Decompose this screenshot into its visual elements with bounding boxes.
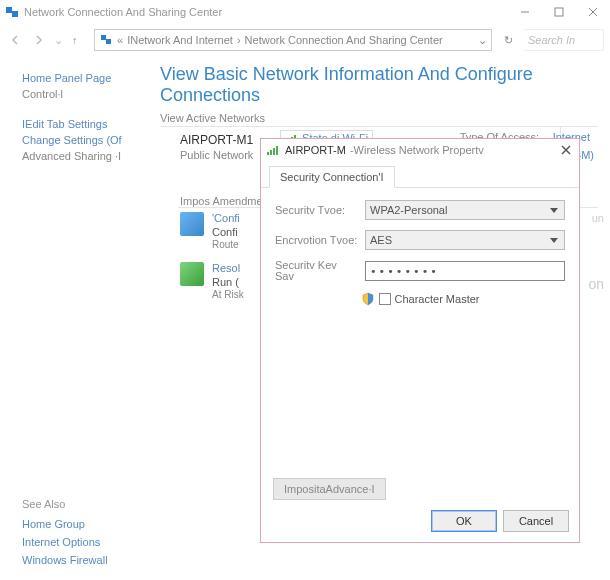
sidebar-home-panel[interactable]: Home Panel Page — [22, 72, 152, 84]
tab-security[interactable]: Security Connection'I — [269, 166, 395, 188]
troubleshoot-link[interactable]: Resol — [212, 262, 244, 274]
back-button[interactable] — [6, 31, 24, 49]
bg-text-on: on — [588, 276, 604, 292]
network-icon — [99, 33, 113, 47]
setup-connection-link[interactable]: 'Confi — [212, 212, 240, 224]
dialog-close-button[interactable] — [557, 141, 575, 159]
refresh-button[interactable]: ↻ — [498, 34, 518, 47]
show-characters-label: Character Master — [395, 293, 480, 305]
breadcrumb-2[interactable]: Network Connection And Sharing Center — [245, 34, 443, 46]
show-characters-checkbox[interactable] — [379, 293, 391, 305]
bg-text-un: un — [592, 212, 604, 224]
window-title: Network Connection And Sharing Center — [24, 6, 222, 18]
up-button[interactable]: ↑ — [72, 34, 88, 46]
dialog-wifi-icon — [267, 145, 279, 155]
security-key-label2: Sav — [275, 271, 365, 282]
wireless-properties-dialog: AIRPORT-M -Wireless Network Propertv Sec… — [260, 138, 580, 543]
dialog-subtitle: -Wireless Network Propertv — [350, 144, 484, 156]
security-key-input[interactable]: •••••••• — [365, 261, 565, 281]
see-also-label: See Also — [22, 498, 108, 510]
security-type-label: Securitv Tvoe: — [275, 204, 365, 216]
sidebar-control[interactable]: Control·l — [22, 88, 152, 100]
windows-firewall-link[interactable]: Windows Firewall — [22, 554, 108, 566]
cancel-button[interactable]: Cancel — [503, 510, 569, 532]
sidebar-advanced-sharing[interactable]: Advanced Sharing ·I — [22, 150, 152, 162]
sidebar-change-settings[interactable]: Change Settings (Of — [22, 134, 152, 146]
homegroup-link[interactable]: Home Group — [22, 518, 108, 530]
app-icon — [4, 5, 20, 19]
minimize-button[interactable] — [508, 0, 542, 24]
page-title: View Basic Network Information And Confi… — [160, 64, 598, 106]
sidebar-edit-settings[interactable]: IEdit Tab Settings — [22, 118, 152, 130]
troubleshoot-icon — [180, 262, 204, 286]
address-dropdown[interactable]: ⌄ — [478, 34, 487, 47]
svg-rect-1 — [555, 8, 563, 16]
dialog-title: AIRPORT-M — [285, 144, 346, 156]
troubleshoot-sub: At Risk — [212, 289, 244, 300]
setup-connection-icon — [180, 212, 204, 236]
troubleshoot-desc: Run ( — [212, 276, 244, 288]
close-window-button[interactable] — [576, 0, 610, 24]
search-input[interactable]: Search In — [524, 29, 604, 51]
shield-icon — [361, 292, 375, 306]
setup-connection-sub: Route — [212, 239, 240, 250]
setup-connection-desc: Confi — [212, 226, 240, 238]
internet-options-link[interactable]: Internet Options — [22, 536, 108, 548]
active-networks-label: View Active Networks — [160, 112, 598, 124]
encryption-type-combo[interactable]: AES — [365, 230, 565, 250]
breadcrumb-sep: « — [117, 34, 123, 46]
encryption-type-label: Encrvotion Tvoe: — [275, 234, 365, 246]
maximize-button[interactable] — [542, 0, 576, 24]
breadcrumb-1[interactable]: INetwork And Internet — [127, 34, 233, 46]
ok-button[interactable]: OK — [431, 510, 497, 532]
history-dropdown[interactable]: ⌄ — [54, 34, 66, 47]
security-type-combo[interactable]: WPA2-Personal — [365, 200, 565, 220]
advanced-settings-button[interactable]: ImpositaAdvance·I — [273, 478, 386, 500]
forward-button[interactable] — [30, 31, 48, 49]
address-bar[interactable]: « INetwork And Internet › Network Connec… — [94, 29, 492, 51]
